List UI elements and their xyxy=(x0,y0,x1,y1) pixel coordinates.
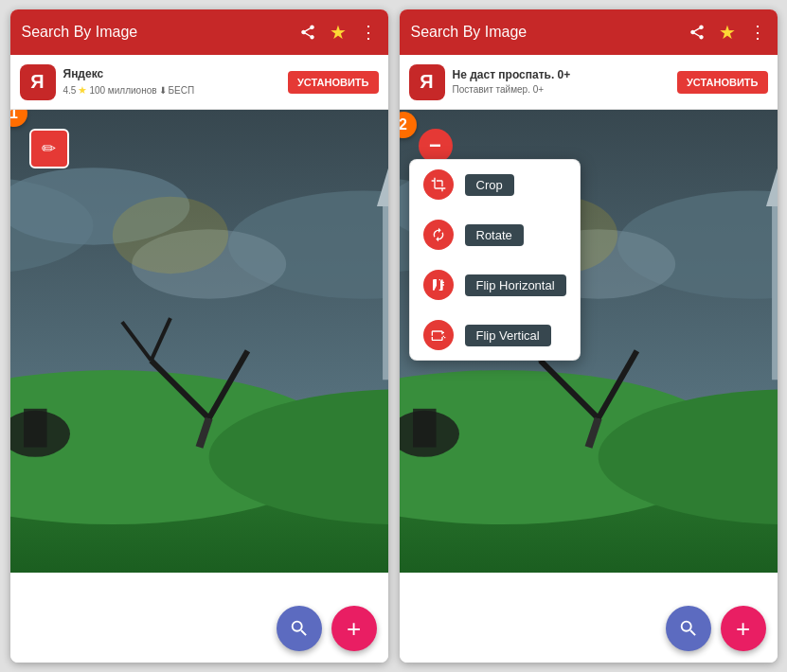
ad-banner-1: Я Яндекс 4.5 ★ 100 миллионов ⬇ БЕСП УСТА… xyxy=(10,55,388,110)
more-icon-1[interactable]: ⋮ xyxy=(360,22,377,43)
menu-item-flip-v[interactable]: Flip Vertical xyxy=(410,310,580,360)
ad-banner-2: Я Не даст проспать. 0+ Поставит таймер. … xyxy=(400,55,778,110)
ad-logo-1: Я xyxy=(20,64,56,100)
ad-logo-2: Я xyxy=(409,64,445,100)
fab-add-2[interactable]: + xyxy=(721,606,766,651)
image-area-2: − 2 Crop Rotate xyxy=(400,110,778,573)
install-btn-1[interactable]: УСТАНОВИТЬ xyxy=(288,71,378,94)
app-bar-2: Search By Image ★ ⋮ xyxy=(400,9,778,55)
fab-container-1: + xyxy=(277,606,377,651)
panel-1: Search By Image ★ ⋮ Я Яндекс 4.5 ★ 100 м… xyxy=(10,9,388,663)
share-icon-1[interactable] xyxy=(299,24,316,41)
app-bar-icons-2: ★ ⋮ xyxy=(689,21,766,44)
rotate-icon xyxy=(423,220,454,250)
image-area-1: ✏ 1 xyxy=(10,110,388,573)
crop-icon xyxy=(423,169,454,200)
flip-v-icon xyxy=(423,320,454,350)
app-title-2: Search By Image xyxy=(411,24,689,41)
star-icon-2[interactable]: ★ xyxy=(719,21,736,44)
star-icon-1[interactable]: ★ xyxy=(330,21,347,44)
flip-v-label: Flip Vertical xyxy=(465,325,551,346)
flip-h-label: Flip Horizontal xyxy=(465,274,566,296)
menu-item-crop[interactable]: Crop xyxy=(410,160,580,210)
rating-star-1: ★ xyxy=(78,83,87,97)
svg-rect-26 xyxy=(772,187,778,380)
app-bar-icons-1: ★ ⋮ xyxy=(299,21,377,44)
menu-item-rotate[interactable]: Rotate xyxy=(410,210,580,260)
crop-label: Crop xyxy=(465,174,514,196)
panel-2: Search By Image ★ ⋮ Я Не даст проспать. … xyxy=(400,9,778,663)
more-icon-2[interactable]: ⋮ xyxy=(749,22,766,43)
svg-rect-32 xyxy=(413,409,436,448)
bottom-area-1: + xyxy=(10,573,388,663)
flip-h-icon xyxy=(423,270,454,300)
app-bar-1: Search By Image ★ ⋮ xyxy=(10,9,388,55)
ad-rating-1: 4.5 ★ 100 миллионов ⬇ БЕСП xyxy=(63,83,289,97)
svg-point-6 xyxy=(112,197,227,274)
svg-rect-13 xyxy=(24,409,46,448)
ad-text-2: Не даст проспать. 0+ Поставит таймер. 0+ xyxy=(453,68,678,96)
rotate-label: Rotate xyxy=(465,224,524,246)
dropdown-menu: Crop Rotate Flip Horizontal xyxy=(409,159,581,361)
install-btn-2[interactable]: УСТАНОВИТЬ xyxy=(677,71,767,94)
fab-add-1[interactable]: + xyxy=(331,606,377,651)
minus-icon: − xyxy=(429,133,441,158)
minus-button[interactable]: − xyxy=(419,129,453,163)
bottom-area-2: + xyxy=(400,573,778,663)
svg-rect-7 xyxy=(383,187,388,380)
ad-text-1: Яндекс 4.5 ★ 100 миллионов ⬇ БЕСП xyxy=(63,67,289,97)
menu-item-flip-h[interactable]: Flip Horizontal xyxy=(410,260,580,310)
edit-button-1[interactable]: ✏ xyxy=(29,129,69,168)
fab-container-2: + xyxy=(666,606,766,651)
pencil-icon-1: ✏ xyxy=(42,138,56,159)
share-icon-2[interactable] xyxy=(689,24,706,41)
fab-search-2[interactable] xyxy=(666,606,711,651)
app-title-1: Search By Image xyxy=(22,24,299,41)
fab-search-1[interactable] xyxy=(277,606,322,651)
